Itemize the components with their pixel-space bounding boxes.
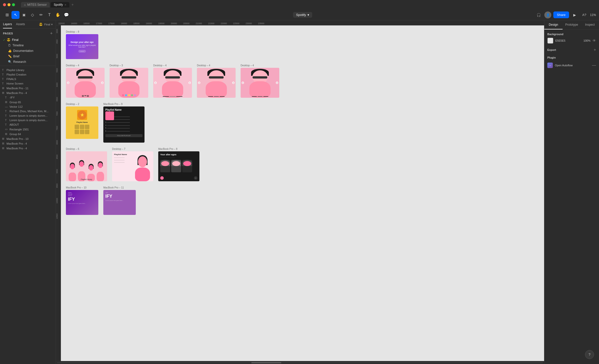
layer-ify[interactable]: T -IFY: [3, 95, 56, 100]
background-color-row: E5E5E5 100% 👁: [547, 38, 596, 44]
play-button[interactable]: ▶: [571, 11, 579, 19]
page-emoji: 🗒: [8, 44, 11, 47]
app-title-dropdown[interactable]: Spotify ▾: [293, 12, 312, 18]
thumb1: [160, 160, 170, 172]
page-item-documentation[interactable]: 👍 Documentation: [0, 48, 56, 54]
frame-macbook-pro-11[interactable]: -IFY IFY Lorem ipsum text goes here...: [103, 190, 136, 215]
layer-finals[interactable]: T FINALS: [0, 77, 56, 81]
grid-tool[interactable]: ⊞: [3, 11, 11, 19]
scrollbar-thumb[interactable]: [251, 362, 281, 363]
maximize-button[interactable]: [12, 3, 15, 6]
layer-playlist-library[interactable]: T Playlist Library: [0, 68, 56, 72]
frame-tool[interactable]: ▣: [20, 11, 28, 19]
ify-content-2: -IFY IFY Lorem ipsum text goes here...: [103, 190, 136, 215]
layer-playlist-creation[interactable]: T Playlist Creation: [0, 72, 56, 77]
pen-tool[interactable]: ✏: [37, 11, 45, 19]
avatar2: [77, 159, 86, 181]
share-button[interactable]: Share: [553, 11, 569, 18]
layer-label: Home Screen: [6, 82, 54, 85]
layer-macbook-pro-4a[interactable]: ⊞ MacBook Pro - 4: [0, 91, 56, 95]
play-ctrl[interactable]: ‹: [160, 176, 164, 180]
tab-mites-sensor[interactable]: ⌂ MITES Sensor: [21, 2, 50, 7]
text-tool[interactable]: T: [45, 11, 53, 19]
close-tab-icon[interactable]: ✕: [64, 3, 66, 6]
add-page-button[interactable]: +: [50, 31, 53, 36]
horizontal-scrollbar[interactable]: [56, 361, 544, 364]
minimize-button[interactable]: [7, 3, 10, 6]
select-tool[interactable]: ↖: [11, 11, 19, 19]
layer-macbook-pro-10[interactable]: ⊞ MacBook Pro - 10: [0, 136, 56, 141]
frame-desktop-3[interactable]: [110, 68, 148, 98]
next-arrow[interactable]: ›: [232, 82, 235, 84]
frame-desktop-4d[interactable]: ‹ ›: [241, 68, 279, 98]
shape-tool[interactable]: ◇: [28, 11, 36, 19]
prev-arrow[interactable]: ‹: [198, 82, 200, 84]
add-export-button[interactable]: +: [594, 48, 596, 52]
frame-desktop-7[interactable]: Playlist Name ——————— ——————— ———————: [112, 151, 153, 181]
frame-label: Desktop – 3: [110, 64, 148, 67]
layer-macbook-pro-11[interactable]: ⊞ MacBook Pro - 11: [0, 86, 56, 91]
layer-lorem2[interactable]: T Lorem Ipsum is simply dumm...: [3, 118, 56, 122]
horizontal-ruler: 15500 16000 16500 17000 17500 18000 1850…: [56, 20, 544, 25]
frame-desktop-8[interactable]: Design your alter ego What would your al…: [66, 34, 98, 59]
frame-macbook-pro-9[interactable]: Playlist Name SONGS 1. —————————————— 2.…: [103, 106, 145, 143]
layer-macbook-pro-4c[interactable]: ⊞ MacBook Pro - 4: [0, 146, 56, 151]
prev-arrow[interactable]: ‹: [242, 82, 244, 84]
prev-arrow[interactable]: ‹: [154, 82, 157, 84]
home-icon: ⌂: [24, 3, 26, 6]
comment-tool[interactable]: 💬: [62, 11, 70, 19]
frame-desktop-4c[interactable]: ‹ ›: [197, 68, 236, 98]
page-item-brief[interactable]: ✏️ Brief: [0, 54, 56, 59]
frame-row-1: Desktop – 8 Design your alter ego What w…: [66, 30, 539, 59]
plugin-remove-button[interactable]: —: [592, 63, 596, 68]
prev-arrow[interactable]: ‹: [67, 82, 69, 84]
frame-desktop-2[interactable]: ⭐ Playlist Name: [66, 106, 98, 139]
tab-spotify[interactable]: Spotify ✕: [51, 2, 69, 7]
page-item-final[interactable]: ✓ 😎 Final: [0, 37, 56, 43]
layer-richard-zhou[interactable]: T Richard Zhou, Michael Kim, M...: [3, 109, 56, 113]
tab-design[interactable]: Design: [544, 20, 563, 29]
next-arrow[interactable]: ›: [276, 82, 278, 84]
tab-prototype[interactable]: Prototype: [563, 20, 581, 29]
layer-lorem1[interactable]: T Lorem Ipsum is simply dumm...: [3, 113, 56, 118]
headphones-icon[interactable]: 🎧: [535, 11, 542, 19]
canvas-viewport[interactable]: Desktop – 8 Design your alter ego What w…: [61, 25, 544, 361]
layer-rect1501[interactable]: ▭ Rectangle 1501: [3, 127, 56, 132]
frame-desktop-6[interactable]: Playlist Library: [66, 151, 107, 181]
page-item-research[interactable]: 🔍 Research: [0, 59, 56, 65]
layers-list: T Playlist Library T Playlist Creation T…: [0, 67, 56, 364]
layer-about[interactable]: T ABOUT: [3, 122, 56, 127]
ruler-mark: 18000: [121, 22, 133, 25]
frame-macbook-pro-8[interactable]: Your alter egos ——————————: [158, 151, 199, 181]
plugin-open-autoflow[interactable]: → Open Autoflow —: [547, 61, 596, 70]
next-arrow[interactable]: ›: [188, 82, 191, 84]
frame-desktop-4b[interactable]: ‹ ›: [153, 68, 192, 98]
page-dropdown-icon[interactable]: ▾: [51, 23, 53, 26]
glasses: [165, 76, 180, 79]
tab-inspect[interactable]: Inspect: [581, 20, 599, 29]
hand-tool[interactable]: ✋: [54, 11, 62, 19]
layer-vector112[interactable]: — Vector 112: [3, 104, 56, 109]
vertical-ruler: 4000 4500 5000 5500 6000 6500 7000 7500 …: [56, 25, 61, 361]
visibility-toggle[interactable]: 👁: [593, 39, 596, 43]
avatar[interactable]: 👤: [544, 11, 551, 18]
help-button[interactable]: ?: [585, 350, 594, 359]
frame-label: MacBook Pro – 11: [103, 186, 136, 189]
next-arrow[interactable]: ›: [101, 82, 104, 84]
color-swatch[interactable]: [547, 38, 553, 44]
layer-home-screen[interactable]: T Home Screen: [0, 81, 56, 86]
page-label: Final: [12, 38, 18, 42]
layer-group64[interactable]: ⊞ Group 64: [3, 132, 56, 136]
frame-desktop-4a[interactable]: ‹ ›: [66, 68, 105, 98]
tab-assets[interactable]: Assets: [16, 22, 25, 28]
frame-macbook-pro-10[interactable]: AMPLFROMSPOT IFY Lorem ipsum text goes h…: [66, 190, 98, 215]
page-item-timeline[interactable]: 🗒 Timeline: [0, 43, 56, 48]
play-ctrl2[interactable]: ›: [194, 176, 197, 180]
new-tab-button[interactable]: +: [71, 2, 74, 7]
scrollbar-track: [57, 362, 543, 363]
layer-macbook-pro-4b[interactable]: ⊞ MacBook Pro - 4: [0, 141, 56, 146]
layer-group65[interactable]: ⊞ Group 65: [3, 100, 56, 104]
help-icon[interactable]: A?: [581, 11, 588, 19]
tab-layers[interactable]: Layers: [3, 22, 12, 28]
close-button[interactable]: [3, 3, 6, 6]
